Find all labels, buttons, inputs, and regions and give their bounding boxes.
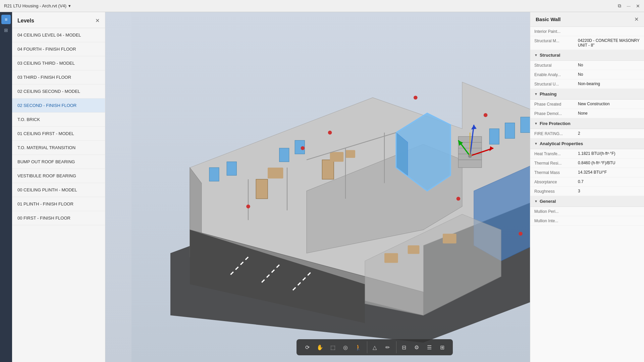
prop-label-1-0: Phase Created bbox=[534, 102, 578, 107]
level-item-9[interactable]: BUMP OUT ROOF BEARING bbox=[12, 155, 105, 169]
level-item-8[interactable]: T.O. MATERIAL TRANSITION bbox=[12, 141, 105, 155]
level-item-4[interactable]: 02 CEILING SECOND - MODEL bbox=[12, 84, 105, 99]
levels-panel: Levels ✕ 04 CEILING LEVEL 04 - MODEL04 F… bbox=[12, 12, 105, 362]
level-item-3[interactable]: 03 THIRD - FINISH FLOOR bbox=[12, 70, 105, 84]
properties-header: Basic Wall ✕ bbox=[530, 12, 644, 27]
svg-rect-64 bbox=[408, 245, 420, 254]
interior-paint-label: Interior Paint... bbox=[534, 29, 578, 34]
svg-rect-63 bbox=[384, 253, 398, 263]
level-item-5[interactable]: 02 SECOND - FINISH FLOOR bbox=[12, 99, 105, 113]
level-item-12[interactable]: 01 PLINTH - FINISH FLOOR bbox=[12, 197, 105, 211]
view-tools: ⊟ ⚙ ☰ ⊞ bbox=[396, 341, 449, 353]
levels-title: Levels bbox=[17, 18, 34, 24]
prop-value-3-1: 0.8460 (h·ft²·°F)/BTU bbox=[578, 161, 640, 165]
section-chevron-2: ▼ bbox=[534, 122, 538, 125]
prop-row-2-0: FIRE RATING...2 bbox=[530, 129, 644, 138]
orbit-tool-button[interactable]: ⟳ bbox=[301, 341, 313, 353]
level-item-6[interactable]: T.O. BRICK bbox=[12, 113, 105, 127]
prop-label-4-1: Mullion Inte... bbox=[534, 218, 578, 223]
svg-point-51 bbox=[457, 197, 461, 201]
prop-row-3-3: Absorptance0.7 bbox=[530, 177, 644, 187]
measure-tool-button[interactable]: △ bbox=[369, 341, 381, 353]
prop-value-0-0: No bbox=[578, 63, 640, 67]
steering-wheel-tool-button[interactable]: ◎ bbox=[339, 341, 352, 353]
more-button[interactable]: ··· bbox=[627, 3, 631, 9]
svg-point-48 bbox=[414, 96, 418, 100]
prop-label-3-2: Thermal Mass bbox=[534, 170, 578, 175]
pan-tool-button[interactable]: ✋ bbox=[314, 341, 326, 353]
structural-m-value: 04220D - CONCRETE MASONRY UNIT - 8" bbox=[578, 38, 640, 48]
prop-row-4-0: Mullion Peri... bbox=[530, 207, 644, 216]
prop-value-2-0: 2 bbox=[578, 131, 640, 136]
svg-rect-15 bbox=[505, 123, 515, 138]
prop-value-3-0: 1.1821 BTU/(h·ft²·°F) bbox=[578, 151, 640, 156]
properties-content: Interior Paint... Structural M... 04220D… bbox=[530, 27, 644, 362]
layers-icon-button[interactable]: ≡ bbox=[1, 15, 11, 24]
prop-value-3-4: 3 bbox=[578, 189, 640, 193]
prop-label-4-0: Mullion Peri... bbox=[534, 209, 578, 214]
settings-tool-button[interactable]: ⚙ bbox=[411, 341, 423, 353]
title-dropdown-arrow[interactable]: ▾ bbox=[68, 3, 71, 8]
split-view-tool-button[interactable]: ⊞ bbox=[436, 341, 448, 353]
structural-m-label: Structural M... bbox=[534, 38, 578, 43]
level-item-13[interactable]: 00 FIRST - FINISH FLOOR bbox=[12, 211, 105, 225]
level-item-10[interactable]: VESTIBULE ROOF BEARING bbox=[12, 169, 105, 183]
section-header-3[interactable]: ▼Analytical Properties bbox=[530, 138, 644, 149]
app-title: R21 LTU Housing - Arch.rvt (V4) ▾ bbox=[4, 3, 71, 8]
properties-close-button[interactable]: ✕ bbox=[634, 16, 639, 22]
section-chevron-3: ▼ bbox=[534, 142, 538, 145]
model-browser-tool-button[interactable]: ☰ bbox=[423, 341, 435, 353]
prop-row-0-2: Structural U...Non-bearing bbox=[530, 79, 644, 89]
svg-point-53 bbox=[519, 232, 523, 236]
svg-rect-65 bbox=[443, 234, 457, 243]
interior-paint-row: Interior Paint... bbox=[530, 27, 644, 36]
section-chevron-0: ▼ bbox=[534, 53, 538, 57]
level-item-1[interactable]: 04 FOURTH - FINISH FLOOR bbox=[12, 42, 105, 56]
structural-m-row: Structural M... 04220D - CONCRETE MASONR… bbox=[530, 36, 644, 50]
zoom-region-tool-button[interactable]: ⬚ bbox=[327, 341, 339, 353]
prop-row-4-1: Mullion Inte... bbox=[530, 216, 644, 226]
prop-label-0-2: Structural U... bbox=[534, 81, 578, 86]
title-text: R21 LTU Housing - Arch.rvt (V4) bbox=[4, 3, 66, 8]
svg-rect-20 bbox=[322, 160, 334, 179]
properties-panel: Basic Wall ✕ Interior Paint... Structura… bbox=[530, 12, 644, 362]
svg-rect-24 bbox=[227, 162, 236, 176]
section-chevron-4: ▼ bbox=[534, 199, 538, 203]
markup-tool-button[interactable]: ✏ bbox=[381, 341, 393, 353]
prop-value-1-0: New Construction bbox=[578, 102, 640, 106]
section-title-4: General bbox=[540, 199, 556, 204]
svg-point-52 bbox=[246, 204, 250, 208]
svg-rect-23 bbox=[209, 168, 219, 181]
svg-rect-16 bbox=[521, 117, 530, 132]
section-chevron-1: ▼ bbox=[534, 92, 538, 96]
svg-point-47 bbox=[328, 131, 332, 135]
section-header-4[interactable]: ▼General bbox=[530, 196, 644, 207]
level-item-7[interactable]: 01 CEILING FIRST - MODEL bbox=[12, 127, 105, 141]
section-title-0: Structural bbox=[540, 53, 560, 58]
section-header-1[interactable]: ▼Phasing bbox=[530, 89, 644, 100]
level-item-0[interactable]: 04 CEILING LEVEL 04 - MODEL bbox=[12, 28, 105, 42]
section-header-2[interactable]: ▼Fire Protection bbox=[530, 118, 644, 129]
left-sidebar: ≡ ⊞ bbox=[0, 12, 12, 362]
prop-label-0-1: Enable Analy... bbox=[534, 72, 578, 77]
svg-point-49 bbox=[484, 113, 488, 117]
level-item-2[interactable]: 03 CEILING THIRD - MODEL bbox=[12, 56, 105, 70]
properties-title: Basic Wall bbox=[536, 16, 560, 22]
section-header-0[interactable]: ▼Structural bbox=[530, 50, 644, 61]
prop-row-1-1: Phase Demol...None bbox=[530, 109, 644, 118]
levels-list: 04 CEILING LEVEL 04 - MODEL04 FOURTH - F… bbox=[12, 28, 105, 362]
svg-rect-27 bbox=[268, 168, 283, 178]
prop-label-3-4: Roughness bbox=[534, 189, 578, 194]
section-box-tool-button[interactable]: ⊟ bbox=[398, 341, 410, 353]
level-item-11[interactable]: 00 CEILING PLINTH - MODEL bbox=[12, 183, 105, 197]
walk-tool-button[interactable]: 🚶 bbox=[352, 341, 364, 353]
prop-label-3-3: Absorptance bbox=[534, 179, 578, 184]
stack-icon-button[interactable]: ⊞ bbox=[1, 25, 11, 35]
section-title-3: Analytical Properties bbox=[540, 141, 583, 146]
prop-row-1-0: Phase CreatedNew Construction bbox=[530, 100, 644, 109]
prop-row-3-0: Heat Transfe...1.1821 BTU/(h·ft²·°F) bbox=[530, 149, 644, 159]
close-window-button[interactable]: ✕ bbox=[636, 3, 640, 9]
monitor-button[interactable]: ⧉ bbox=[618, 3, 621, 9]
levels-close-button[interactable]: ✕ bbox=[95, 17, 100, 24]
window-controls: ⧉ ··· ✕ bbox=[618, 3, 640, 9]
